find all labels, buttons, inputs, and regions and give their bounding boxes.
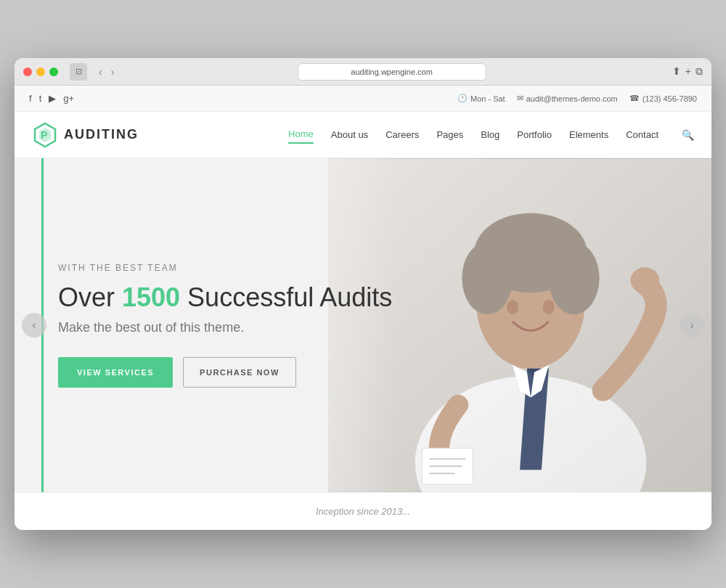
address-bar[interactable]: auditing.wpengine.com <box>298 63 486 81</box>
minimize-button[interactable] <box>36 68 45 76</box>
phone-icon: ☎ <box>629 94 640 103</box>
top-bar: f t ▶ g+ 🕐 Mon - Sat ✉ audit@themes-demo… <box>15 86 711 112</box>
purchase-now-button[interactable]: PURCHASE NOW <box>183 357 296 388</box>
back-button[interactable]: ‹ <box>96 65 105 79</box>
nav-links: Home About us Careers Pages Blog Portfol… <box>288 126 694 144</box>
page-icon: ⊡ <box>70 63 87 81</box>
email-info: ✉ audit@themes-demo.com <box>517 94 618 103</box>
hero-title-prefix: Over <box>58 282 122 312</box>
hours-info: 🕐 Mon - Sat <box>457 94 505 103</box>
toolbar-icons: ⊡ <box>70 63 87 81</box>
svg-text:P: P <box>41 129 47 141</box>
logo-icon: P <box>32 122 58 148</box>
address-bar-wrap: auditing.wpengine.com <box>123 63 660 81</box>
forward-button[interactable]: › <box>108 65 118 79</box>
twitter-icon[interactable]: t <box>39 93 42 104</box>
hero-tagline: Make the best out of this theme. <box>58 320 392 335</box>
logo[interactable]: P AUDITING <box>32 122 139 148</box>
hero-title-number: 1500 <box>122 282 180 312</box>
svg-point-12 <box>630 267 659 293</box>
site-footer-tagline: Inception since 2013... <box>15 492 711 530</box>
hero-buttons: VIEW SERVICES PURCHASE NOW <box>58 357 392 388</box>
nav-careers[interactable]: Careers <box>386 126 419 143</box>
search-icon[interactable]: 🔍 <box>682 129 694 141</box>
nav-contact[interactable]: Contact <box>626 126 658 143</box>
phone-info: ☎ (123) 456-7890 <box>629 94 697 103</box>
maximize-button[interactable] <box>49 68 58 76</box>
nav-elements[interactable]: Elements <box>569 126 608 143</box>
new-tab-icon[interactable]: + <box>685 65 691 78</box>
nav-pages[interactable]: Pages <box>436 126 463 143</box>
slider-prev-button[interactable]: ‹ <box>22 313 46 338</box>
top-bar-info: 🕐 Mon - Sat ✉ audit@themes-demo.com ☎ (1… <box>457 94 697 103</box>
copy-icon[interactable]: ⧉ <box>696 65 703 78</box>
svg-point-8 <box>462 242 513 314</box>
view-services-button[interactable]: VIEW SERVICES <box>58 357 173 388</box>
hero-title: Over 1500 Successful Audits <box>58 282 392 313</box>
googleplus-icon[interactable]: g+ <box>63 93 74 104</box>
traffic-lights <box>23 68 58 76</box>
clock-icon: 🕐 <box>457 94 468 103</box>
email-icon: ✉ <box>517 94 523 103</box>
browser-window: ⊡ ‹ › auditing.wpengine.com ⬆ + ⧉ f t ▶ … <box>15 58 711 530</box>
toolbar-right: ⬆ + ⧉ <box>672 65 703 78</box>
svg-point-11 <box>543 300 555 314</box>
close-button[interactable] <box>23 68 32 76</box>
nav-blog[interactable]: Blog <box>481 126 499 143</box>
url-text: auditing.wpengine.com <box>351 68 433 76</box>
svg-point-10 <box>507 300 518 314</box>
logo-text: AUDITING <box>64 127 139 142</box>
facebook-icon[interactable]: f <box>29 93 32 104</box>
social-links: f t ▶ g+ <box>29 93 74 104</box>
share-icon[interactable]: ⬆ <box>672 65 681 78</box>
slider-next-button[interactable]: › <box>680 313 704 338</box>
nav-about[interactable]: About us <box>331 126 368 143</box>
hero-title-suffix: Successful Audits <box>180 282 392 312</box>
nav-home[interactable]: Home <box>288 126 314 144</box>
youtube-icon[interactable]: ▶ <box>49 93 56 104</box>
main-nav: P AUDITING Home About us Careers Pages B… <box>15 112 711 158</box>
svg-point-9 <box>549 242 600 314</box>
title-bar: ⊡ ‹ › auditing.wpengine.com ⬆ + ⧉ <box>15 58 711 86</box>
nav-portfolio[interactable]: Portfolio <box>517 126 552 143</box>
tagline-text: Inception since 2013... <box>316 506 410 517</box>
hero-subtitle: WITH THE BEST TEAM <box>58 263 392 273</box>
website-content: f t ▶ g+ 🕐 Mon - Sat ✉ audit@themes-demo… <box>15 86 711 530</box>
hero-section: WITH THE BEST TEAM Over 1500 Successful … <box>15 158 711 492</box>
nav-arrows: ‹ › <box>96 65 117 79</box>
hero-content: WITH THE BEST TEAM Over 1500 Successful … <box>58 263 392 388</box>
